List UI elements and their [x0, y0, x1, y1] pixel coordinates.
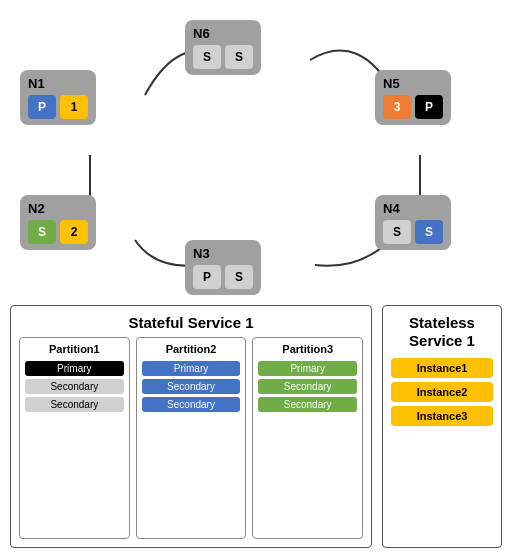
n2-badge-1: S	[28, 220, 56, 244]
n1-badge-1: P	[28, 95, 56, 119]
partition3-primary: Primary	[258, 361, 357, 376]
partition2-primary: Primary	[142, 361, 241, 376]
partition3-title: Partition3	[258, 343, 357, 355]
n3-badges: P S	[193, 265, 253, 289]
n3-badge-1: P	[193, 265, 221, 289]
instance1-badge: Instance1	[391, 358, 493, 378]
n1-badges: P 1	[28, 95, 88, 119]
stateless-service-box: Stateless Service 1 Instance1 Instance2 …	[382, 305, 502, 548]
stateful-service-box: Stateful Service 1 Partition1 Primary Se…	[10, 305, 372, 548]
n1-badge-2: 1	[60, 95, 88, 119]
n2-label: N2	[28, 201, 45, 216]
partitions-row: Partition1 Primary Secondary Secondary P…	[19, 337, 363, 539]
instance2-badge: Instance2	[391, 382, 493, 402]
partition2-box: Partition2 Primary Secondary Secondary	[136, 337, 247, 539]
n2-badge-2: 2	[60, 220, 88, 244]
n5-badge-2: P	[415, 95, 443, 119]
n6-badge-1: S	[193, 45, 221, 69]
n4-badges: S S	[383, 220, 443, 244]
partition1-box: Partition1 Primary Secondary Secondary	[19, 337, 130, 539]
n6-label: N6	[193, 26, 210, 41]
stateless-title: Stateless Service 1	[391, 314, 493, 350]
legend-area: Stateful Service 1 Partition1 Primary Se…	[10, 305, 502, 548]
n4-badge-1: S	[383, 220, 411, 244]
partition1-primary: Primary	[25, 361, 124, 376]
node-n3: N3 P S	[185, 240, 261, 295]
n3-badge-2: S	[225, 265, 253, 289]
partition2-secondary1: Secondary	[142, 379, 241, 394]
n4-label: N4	[383, 201, 400, 216]
n6-badges: S S	[193, 45, 253, 69]
n6-badge-2: S	[225, 45, 253, 69]
node-n6: N6 S S	[185, 20, 261, 75]
node-n5: N5 3 P	[375, 70, 451, 125]
diagram-area: N6 S S N1 P 1 N5 3 P N2 S 2 N4 S S	[0, 0, 512, 300]
n5-badges: 3 P	[383, 95, 443, 119]
n2-badges: S 2	[28, 220, 88, 244]
partition3-secondary1: Secondary	[258, 379, 357, 394]
partition3-secondary2: Secondary	[258, 397, 357, 412]
partition1-title: Partition1	[25, 343, 124, 355]
stateful-title: Stateful Service 1	[19, 314, 363, 331]
node-n1: N1 P 1	[20, 70, 96, 125]
node-n2: N2 S 2	[20, 195, 96, 250]
instance3-badge: Instance3	[391, 406, 493, 426]
partition1-secondary2: Secondary	[25, 397, 124, 412]
partition2-secondary2: Secondary	[142, 397, 241, 412]
node-n4: N4 S S	[375, 195, 451, 250]
partition2-title: Partition2	[142, 343, 241, 355]
n5-label: N5	[383, 76, 400, 91]
n3-label: N3	[193, 246, 210, 261]
n4-badge-2: S	[415, 220, 443, 244]
n5-badge-1: 3	[383, 95, 411, 119]
partition3-box: Partition3 Primary Secondary Secondary	[252, 337, 363, 539]
partition1-secondary1: Secondary	[25, 379, 124, 394]
n1-label: N1	[28, 76, 45, 91]
